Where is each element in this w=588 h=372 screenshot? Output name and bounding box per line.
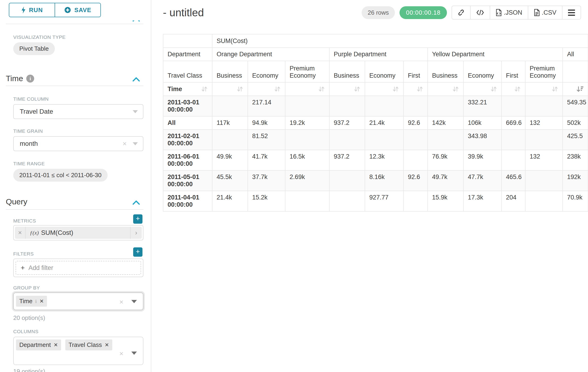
sort-icon[interactable] xyxy=(452,85,459,93)
cell: 2.69k xyxy=(285,170,329,191)
travel-class-header-row: Travel Class Business Economy Premium Ec… xyxy=(163,61,588,82)
cell: 332.21 xyxy=(463,96,502,116)
group-by-tag-time[interactable]: Time i ✕ xyxy=(16,296,47,307)
cell xyxy=(329,129,365,150)
remove-tag-icon[interactable]: ✕ xyxy=(54,342,58,348)
sort-icon[interactable] xyxy=(392,85,399,93)
remove-tag-icon[interactable]: ✕ xyxy=(105,342,109,348)
sort-icon[interactable] xyxy=(354,85,360,93)
metric-name: SUM(Cost) xyxy=(41,229,73,236)
more-options-button[interactable] xyxy=(562,6,581,19)
export-csv-button[interactable]: .CSV xyxy=(528,6,562,19)
sort-cell xyxy=(248,82,285,96)
sort-icon[interactable] xyxy=(274,85,281,93)
chart-title[interactable]: - untitled xyxy=(163,6,204,19)
cell xyxy=(428,96,463,116)
sort-icon[interactable] xyxy=(551,85,558,93)
group-by-select[interactable]: Time i ✕ × xyxy=(13,292,143,310)
columns-select[interactable]: Department ✕ Travel Class ✕ × xyxy=(13,337,143,365)
sort-icon[interactable] xyxy=(514,85,521,93)
sidebar-toolbar: RUN SAVE xyxy=(0,0,150,21)
metric-header-cell: SUM(Cost) xyxy=(212,34,588,48)
column-header: Economy xyxy=(365,61,403,82)
cell xyxy=(212,129,248,150)
info-icon: i xyxy=(35,298,37,304)
add-filter-button[interactable]: + Add filter xyxy=(16,261,141,275)
add-filter-plus-button[interactable]: + xyxy=(133,247,142,257)
chevron-down-icon[interactable] xyxy=(131,300,137,303)
visualization-type-pill[interactable]: Pivot Table xyxy=(13,42,55,55)
sort-icon[interactable] xyxy=(490,85,497,93)
remove-metric-icon[interactable]: × xyxy=(15,227,26,239)
cell: 49.7k xyxy=(428,170,463,191)
cell: 81.52 xyxy=(248,129,285,150)
cell: 117k xyxy=(212,116,248,129)
column-header: First xyxy=(403,61,428,82)
cell: 70.9k xyxy=(563,191,588,211)
sort-icon[interactable] xyxy=(416,85,423,93)
cell: 92.6 xyxy=(403,116,428,129)
chevron-right-icon[interactable]: › xyxy=(130,227,142,239)
cell: 937.2 xyxy=(329,116,365,129)
run-save-button-group: RUN SAVE xyxy=(9,3,101,17)
cell: 937.2 xyxy=(329,150,365,170)
cell xyxy=(365,129,403,150)
section-divider xyxy=(6,209,143,210)
cell: 47.7k xyxy=(463,170,502,191)
metric-pill[interactable]: × ƒ(x) SUM(Cost) › xyxy=(15,227,142,239)
cell xyxy=(502,150,525,170)
superset-explore-view: Chart Type RUN SAVE xyxy=(0,0,588,372)
metric-header-row: SUM(Cost) xyxy=(163,34,588,48)
column-header: Economy xyxy=(463,61,502,82)
clear-icon[interactable]: × xyxy=(119,350,123,357)
group-by-label: GROUP BY xyxy=(13,285,40,291)
row-label: 2011-06-01 00:00:00 xyxy=(163,150,212,170)
cell: 927.77 xyxy=(365,191,403,211)
cell: 142k xyxy=(428,116,463,129)
cell: 669.6 xyxy=(502,116,525,129)
sort-cell xyxy=(428,82,463,96)
cell xyxy=(525,170,563,191)
run-button[interactable]: RUN xyxy=(9,3,55,17)
cell xyxy=(329,170,365,191)
columns-tag-travel-class[interactable]: Travel Class ✕ xyxy=(65,340,112,350)
query-section-collapse-icon[interactable] xyxy=(132,200,140,205)
row-label: 2011-04-01 00:00:00 xyxy=(163,191,212,211)
columns-options-hint: 19 option(s) xyxy=(13,368,45,372)
function-icon: ƒ(x) xyxy=(30,230,39,236)
time-grain-select[interactable]: month × xyxy=(13,136,143,151)
remove-tag-icon[interactable]: ✕ xyxy=(40,298,44,304)
time-range-pill[interactable]: 2011-01-01 ≤ col < 2011-06-30 xyxy=(13,169,108,181)
sort-cell xyxy=(403,82,428,96)
time-section-collapse-icon[interactable] xyxy=(132,77,140,82)
clear-icon[interactable]: × xyxy=(119,298,123,306)
cell: 132 xyxy=(525,116,563,129)
cell xyxy=(365,96,403,116)
sort-descending-icon[interactable] xyxy=(576,85,584,93)
cell xyxy=(403,96,428,116)
group-header-orange: Orange Department xyxy=(212,48,329,61)
save-button[interactable]: SAVE xyxy=(55,3,100,17)
row-label: All xyxy=(163,116,212,129)
sort-cell xyxy=(525,82,563,96)
column-header: Business xyxy=(212,61,248,82)
time-column-label: TIME COLUMN xyxy=(13,96,49,102)
sort-icon[interactable] xyxy=(236,85,243,93)
export-json-button[interactable]: .JSON xyxy=(490,6,528,19)
clear-icon[interactable]: × xyxy=(123,140,127,147)
embed-code-button[interactable] xyxy=(470,6,490,19)
chevron-down-icon[interactable] xyxy=(131,351,137,355)
cell xyxy=(329,191,365,211)
table-row-all: All 117k 94.9k 19.2k 937.2 21.4k 92.6 14… xyxy=(163,116,588,129)
cell xyxy=(285,129,329,150)
chart-area: - untitled 26 rows 00:00:00.18 xyxy=(151,0,588,372)
add-metric-button[interactable]: + xyxy=(133,214,142,224)
time-column-select[interactable]: Travel Date xyxy=(13,104,143,119)
sort-icon[interactable] xyxy=(318,85,325,93)
copy-link-button[interactable] xyxy=(452,6,470,19)
cell: 21.4k xyxy=(212,191,248,211)
sort-icon[interactable] xyxy=(201,85,208,93)
columns-tag-department[interactable]: Department ✕ xyxy=(16,340,61,350)
time-grain-label: TIME GRAIN xyxy=(13,128,43,134)
metrics-container: × ƒ(x) SUM(Cost) › xyxy=(13,225,143,240)
